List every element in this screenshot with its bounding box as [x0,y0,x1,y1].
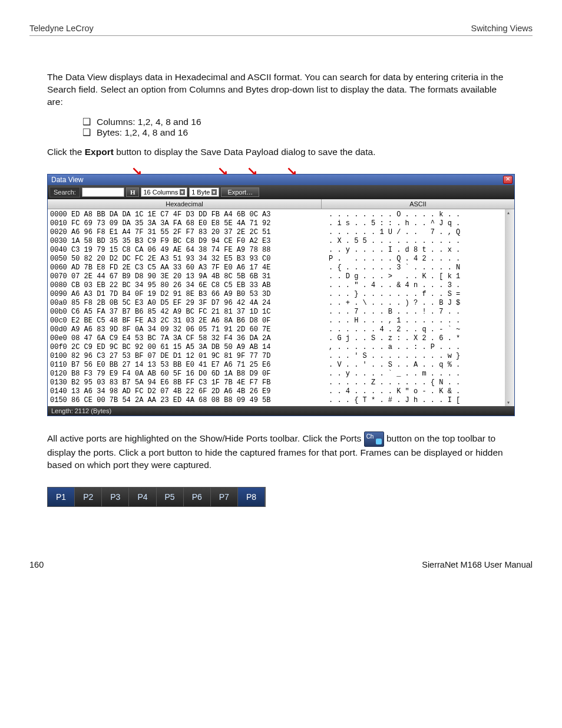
hex-row: 00c0E2 BE C5 48 BF FE A3 2C 31 03 2E A6 … [50,317,512,325]
hex-bytes: A6 A3 D1 7D B4 0F 19 D2 91 8E B3 66 A9 B… [71,290,324,299]
ascii-bytes: . . . 7 . . . B . . . ! . 7 . . [324,308,512,317]
port-button[interactable]: P2 [75,487,102,506]
intro-paragraph: The Data View displays data in Hexadecim… [47,71,515,108]
ports-icon [364,431,384,447]
search-label: Search: [49,187,80,197]
scrollbar[interactable] [505,209,514,406]
formats-columns: Columns: 1,2, 4, 8 and 16 [82,117,515,127]
hex-dump-body: 0000ED A8 BB DA DA 1C 1E C7 4F D3 DD FB … [48,209,514,406]
ascii-bytes: . G j . . S . z : . X 2 . 6 . * [324,334,512,343]
hex-row: 0130B2 95 03 83 B7 5A 94 E6 8B FF C3 1F … [50,378,512,387]
offset: 00f0 [50,343,71,352]
hex-bytes: 1A 58 BD 35 35 B3 C9 F9 BC C8 D9 94 CE F… [71,237,324,246]
search-input[interactable] [82,187,124,197]
hex-row: 0110B7 56 E0 BB 27 14 13 53 BB E0 41 E7 … [50,361,512,370]
offset: 0010 [50,219,71,228]
ascii-bytes: . . y . . . . I . d 8 t . . x . [324,246,512,255]
header-left: Teledyne LeCroy [29,24,94,33]
ascii-bytes: . . D g . . . > . . K . [ k 1 [324,272,512,281]
port-button[interactable]: P3 [102,487,129,506]
hex-bytes: 07 2E 44 67 B9 D8 90 3E 20 13 9A 4B 8C 5… [71,272,324,281]
ascii-bytes: . V . . ' . . S . . A . . q % . [324,361,512,370]
hex-row: 005050 82 20 D2 DC FC 2E A3 51 93 34 32 … [50,255,512,263]
ascii-bytes: . . . ' S . . . . . . . . . w } [324,352,512,361]
port-button[interactable]: P1 [48,487,75,506]
hex-bytes: 08 47 6A C9 E4 53 BC 7A 3A CF 58 32 F4 3… [71,334,324,343]
header-right: Switching Views [471,24,533,33]
offset: 0150 [50,396,71,405]
offset: 0060 [50,263,71,272]
offset: 00e0 [50,334,71,343]
ascii-bytes: . . . H . . . , 1 . . . . . . . [324,317,512,325]
port-button[interactable]: P6 [184,487,211,506]
hex-row: 00a085 F8 2B 0B 5C E3 A0 D5 EF 29 3F D7 … [50,299,512,308]
hex-bytes: 82 96 C3 27 53 BF 07 DE D1 12 01 9C 81 9… [71,352,324,361]
offset: 00c0 [50,317,71,325]
hex-row: 00301A 58 BD 35 35 B3 C9 F9 BC C8 D9 94 … [50,237,512,246]
columns-dropdown[interactable]: 16 Columns [141,187,187,197]
ascii-bytes: . . . . . . 4 . 2 . . q . - ` ~ [324,325,512,334]
offset: 00d0 [50,325,71,334]
port-button[interactable]: P8 [238,487,265,506]
hex-row: 0060AD 7B E8 FD 2E C3 C5 AA 33 60 A3 7F … [50,263,512,272]
hex-bytes: ED A8 BB DA DA 1C 1E C7 4F D3 DD FB A4 6… [71,210,324,219]
ascii-bytes: . . . " . 4 . . & 4 n . . . 3 . [324,281,512,290]
ascii-bytes: . X . 5 5 . . . . . . . . . . . [324,237,512,246]
hex-bytes: FC 69 73 09 DA 35 3A 3A FA 68 E0 E8 5E 4… [71,219,324,228]
hex-bytes: 2C C9 ED 9C BC 92 00 61 15 A5 3A DB 50 A… [71,343,324,352]
ascii-bytes: . . . { T * . # . J h . . . I [ [324,396,512,405]
port-button[interactable]: P5 [157,487,184,506]
offset: 0130 [50,378,71,387]
offset: 00a0 [50,299,71,308]
hex-bytes: B7 56 E0 BB 27 14 13 53 BB E0 41 E7 A6 7… [71,361,324,370]
bytes-dropdown[interactable]: 1 Byte [189,187,219,197]
hex-row: 0120B8 F3 79 E9 F4 0A AB 60 5F 16 D0 6D … [50,370,512,378]
data-view-titlebar: Data View [48,174,514,185]
hex-row: 0010FC 69 73 09 DA 35 3A 3A FA 68 E0 E8 … [50,219,512,228]
offset: 0120 [50,370,71,378]
hex-bytes: C3 19 79 15 C8 CA 06 49 AE 64 38 74 FE A… [71,246,324,255]
hex-row: 015086 CE 00 7B 54 2A AA 23 ED 4A 68 08 … [50,396,512,405]
offset: 0000 [50,210,71,219]
ascii-bytes: . . . } . . . . . . . f . . S = [324,290,512,299]
hex-row: 0040C3 19 79 15 C8 CA 06 49 AE 64 38 74 … [50,246,512,255]
export-paragraph: Click the Export button to display the S… [47,146,515,159]
ascii-bytes: . . . . . . . . O . . . . k . . [324,210,512,219]
offset: 0090 [50,290,71,299]
manual-title: SierraNet M168 User Manual [422,560,533,569]
close-icon[interactable] [503,176,513,184]
offset: 0070 [50,272,71,281]
formats-bytes: Bytes: 1,2, 4, 8 and 16 [82,127,515,138]
hex-bytes: B8 F3 79 E9 F4 0A AB 60 5F 16 D0 6D 1A B… [71,370,324,378]
offset: 0080 [50,281,71,290]
hex-bytes: E2 BE C5 48 BF FE A3 2C 31 03 2E A6 8A B… [71,317,324,325]
column-headers: Hexadecimal ASCII [48,199,514,209]
hex-bytes: 86 CE 00 7B 54 2A AA 23 ED 4A 68 08 B8 0… [71,396,324,405]
ascii-bytes: . { . . . . . . 3 ` . . . . . N [324,263,512,272]
hex-bytes: 50 82 20 D2 DC FC 2E A3 51 93 34 32 E5 B… [71,255,324,263]
port-button[interactable]: P4 [129,487,156,506]
port-button[interactable]: P7 [211,487,238,506]
hex-row: 00b0C6 A5 FA 37 B7 B6 85 42 A9 BC FC 21 … [50,308,512,317]
hex-row: 0090A6 A3 D1 7D B4 0F 19 D2 91 8E B3 66 … [50,290,512,299]
hex-row: 0080CB 03 EB 22 BC 34 95 80 26 34 6E C8 … [50,281,512,290]
ascii-bytes: P . . . . . . Q . 4 2 . . . . [324,255,512,263]
ascii-bytes: . . 4 . . . . . K " o - . K & . [324,387,512,396]
data-view-panel: ↘ ↘ ↘ ↘ Data View Search: H 16 Columns 1… [47,174,515,416]
hex-bytes: B2 95 03 83 B7 5A 94 E6 8B FF C3 1F 7B 4… [71,378,324,387]
hex-bytes: A6 96 F8 E1 A4 7F 31 55 2F F7 83 20 37 2… [71,228,324,237]
hex-bytes: C6 A5 FA 37 B7 B6 85 42 A9 BC FC 21 81 3… [71,308,324,317]
export-button[interactable]: Export… [221,187,259,197]
hex-row: 010082 96 C3 27 53 BF 07 DE D1 12 01 9C … [50,352,512,361]
ports-paragraph: All active ports are highlighted on the … [47,431,515,472]
offset: 00b0 [50,308,71,317]
ascii-bytes: . . + . \ . . . . ) ? . . B J $ [324,299,512,308]
ascii-bytes: . . y . . . . ` _ . . m . . . . [324,370,512,378]
hex-row: 00d0A9 A6 83 9D 8F 0A 34 09 32 06 05 71 … [50,325,512,334]
hex-bytes: AD 7B E8 FD 2E C3 C5 AA 33 60 A3 7F E0 A… [71,263,324,272]
page-header: Teledyne LeCroy Switching Views [29,24,533,36]
hex-toggle-button[interactable]: H [126,187,140,197]
ascii-bytes: . . . . . . 1 U / . . 7 . , Q [324,228,512,237]
hex-bytes: 85 F8 2B 0B 5C E3 A0 D5 EF 29 3F D7 96 4… [71,299,324,308]
hex-row: 0020A6 96 F8 E1 A4 7F 31 55 2F F7 83 20 … [50,228,512,237]
